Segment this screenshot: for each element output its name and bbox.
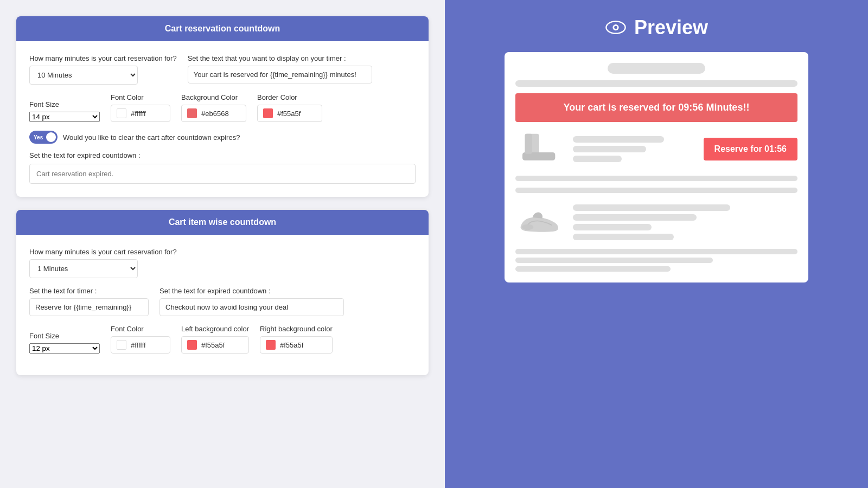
product-image-1 bbox=[515, 129, 564, 169]
svg-point-2 bbox=[614, 26, 617, 29]
color-row-1: Font Size 14 px Font Color #ffffff Backg… bbox=[29, 93, 416, 122]
product-row-2 bbox=[515, 202, 797, 242]
item-left-bg-input[interactable]: #f55a5f bbox=[181, 336, 249, 354]
product-details-1 bbox=[573, 136, 695, 162]
bg-color-hex: #eb6568 bbox=[201, 110, 229, 118]
item-color-row: Font Size 12 px Font Color #ffffff Left … bbox=[29, 325, 416, 354]
skeleton-detail-2 bbox=[573, 146, 646, 152]
item-font-color-group: Font Color #ffffff bbox=[111, 325, 170, 354]
item-expired-text-label: Set the text for expired countdown : bbox=[159, 287, 344, 295]
eye-icon bbox=[605, 17, 627, 38]
bottom-skels bbox=[515, 249, 797, 272]
cart-item-wise-header: Cart item wise countdown bbox=[16, 210, 429, 235]
cart-reservation-header: Cart reservation countdown bbox=[16, 16, 429, 41]
skeleton-shoe-4 bbox=[573, 234, 674, 240]
boot-svg bbox=[520, 131, 560, 166]
preview-card: Your cart is reserved for 09:56 Minutes!… bbox=[505, 52, 808, 282]
item-right-bg-input[interactable]: #f55a5f bbox=[260, 336, 333, 354]
item-minutes-select[interactable]: 1 Minutes bbox=[29, 259, 138, 278]
font-size-group: Font Size 14 px bbox=[29, 100, 100, 122]
clear-cart-toggle[interactable]: Yes bbox=[29, 131, 58, 144]
shoe-svg bbox=[518, 207, 561, 237]
svg-rect-5 bbox=[525, 134, 532, 154]
timer-banner: Your cart is reserved for 09:56 Minutes!… bbox=[515, 93, 797, 122]
toggle-yes-label: Yes bbox=[34, 134, 43, 140]
skeleton-bot-2 bbox=[515, 258, 713, 263]
item-font-color-input[interactable]: #ffffff bbox=[111, 336, 170, 354]
font-color-group: Font Color #ffffff bbox=[111, 93, 170, 122]
skeleton-sep-2 bbox=[515, 188, 797, 193]
item-font-color-hex: #ffffff bbox=[131, 341, 146, 349]
minutes-select[interactable]: 10 Minutes bbox=[29, 66, 138, 85]
cart-reservation-card: Cart reservation countdown How many minu… bbox=[16, 16, 429, 197]
timer-text-group: Set the text that you want to display on… bbox=[188, 54, 372, 85]
timer-text-label: Set the text that you want to display on… bbox=[188, 54, 372, 62]
item-right-bg-label: Right background color bbox=[260, 325, 333, 333]
svg-point-6 bbox=[522, 224, 533, 230]
font-size-label: Font Size bbox=[29, 100, 100, 108]
item-minutes-label: How many minutes is your cart reservatio… bbox=[29, 248, 416, 256]
expired-label: Set the text for expired countdown : bbox=[29, 151, 416, 159]
border-color-group: Border Color #f55a5f bbox=[257, 93, 322, 122]
minutes-label: How many minutes is your cart reservatio… bbox=[29, 54, 177, 62]
skeleton-shoe-3 bbox=[573, 224, 652, 230]
skeleton-line-1 bbox=[515, 80, 797, 87]
item-expired-text-group: Set the text for expired countdown : bbox=[159, 287, 344, 316]
item-right-bg-group: Right background color #f55a5f bbox=[260, 325, 333, 354]
item-font-size-label: Font Size bbox=[29, 332, 100, 340]
preview-title-row: Preview bbox=[605, 16, 708, 39]
item-right-bg-hex: #f55a5f bbox=[280, 341, 303, 349]
item-font-size-select[interactable]: 12 px bbox=[29, 343, 100, 354]
font-color-swatch bbox=[117, 108, 126, 118]
item-left-bg-group: Left background color #f55a5f bbox=[181, 325, 249, 354]
bg-color-label: Background Color bbox=[181, 93, 246, 101]
toggle-description: Would you like to clear the cart after c… bbox=[63, 133, 240, 142]
item-timer-text-group: Set the text for timer : bbox=[29, 287, 149, 316]
skeleton-shoe-2 bbox=[573, 214, 697, 221]
skeleton-shoe-1 bbox=[573, 204, 730, 211]
right-panel: Preview Your cart is reserved for 09:56 … bbox=[445, 0, 868, 488]
left-panel: Cart reservation countdown How many minu… bbox=[0, 0, 445, 488]
preview-label: Preview bbox=[634, 16, 708, 39]
item-left-bg-label: Left background color bbox=[181, 325, 249, 333]
product-image-2 bbox=[515, 202, 564, 242]
cart-reservation-body: How many minutes is your cart reservatio… bbox=[16, 41, 429, 197]
minutes-timer-row: How many minutes is your cart reservatio… bbox=[29, 54, 416, 85]
font-color-label: Font Color bbox=[111, 93, 170, 101]
item-left-bg-swatch bbox=[187, 340, 197, 350]
border-color-hex: #f55a5f bbox=[277, 110, 301, 118]
border-color-swatch bbox=[263, 108, 273, 118]
bg-color-swatch bbox=[187, 108, 197, 118]
expired-input[interactable] bbox=[29, 164, 416, 184]
minutes-group: How many minutes is your cart reservatio… bbox=[29, 54, 177, 85]
item-text-row: Set the text for timer : Set the text fo… bbox=[29, 287, 416, 316]
skeleton-detail-1 bbox=[573, 136, 664, 143]
font-color-hex: #ffffff bbox=[131, 110, 146, 118]
font-size-select[interactable]: 14 px bbox=[29, 112, 100, 122]
skeleton-bot-1 bbox=[515, 249, 797, 254]
item-timer-text-input[interactable] bbox=[29, 298, 149, 316]
item-font-size-group: Font Size 12 px bbox=[29, 332, 100, 354]
skeleton-bot-3 bbox=[515, 266, 671, 272]
toggle-circle bbox=[46, 132, 56, 142]
reserve-button[interactable]: Reserve for 01:56 bbox=[704, 138, 797, 160]
timer-text-input[interactable] bbox=[188, 66, 372, 84]
font-color-input[interactable]: #ffffff bbox=[111, 105, 170, 122]
skeleton-sep-1 bbox=[515, 176, 797, 181]
item-timer-text-label: Set the text for timer : bbox=[29, 287, 149, 295]
item-minutes-group: How many minutes is your cart reservatio… bbox=[29, 248, 416, 278]
cart-item-wise-body: How many minutes is your cart reservatio… bbox=[16, 235, 429, 375]
item-expired-text-input[interactable] bbox=[159, 298, 344, 316]
toggle-row: Yes Would you like to clear the cart aft… bbox=[29, 131, 416, 144]
border-color-input[interactable]: #f55a5f bbox=[257, 105, 322, 122]
item-font-color-swatch bbox=[117, 340, 126, 350]
product-row-1: Reserve for 01:56 bbox=[515, 129, 797, 169]
bg-color-group: Background Color #eb6568 bbox=[181, 93, 246, 122]
item-right-bg-swatch bbox=[266, 340, 276, 350]
border-color-label: Border Color bbox=[257, 93, 322, 101]
product-details-2 bbox=[573, 204, 797, 240]
cart-item-wise-card: Cart item wise countdown How many minute… bbox=[16, 210, 429, 375]
item-left-bg-hex: #f55a5f bbox=[201, 341, 225, 349]
skeleton-title bbox=[608, 63, 705, 74]
bg-color-input[interactable]: #eb6568 bbox=[181, 105, 246, 122]
